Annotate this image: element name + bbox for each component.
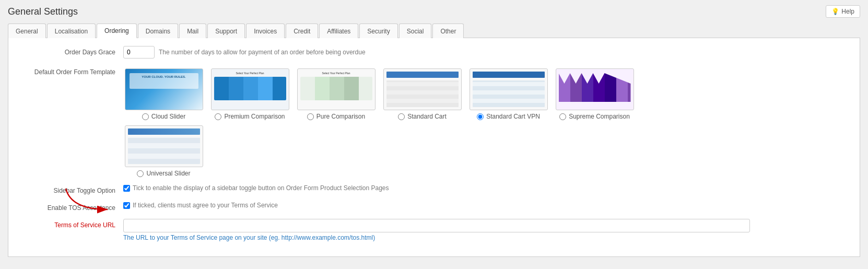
sidebar-toggle-label: Sidebar Toggle Option xyxy=(19,184,123,194)
template-thumb-supreme-comparison xyxy=(556,68,634,110)
help-icon: 💡 xyxy=(831,8,839,15)
template-thumb-universal-slider xyxy=(125,125,203,167)
template-label-pure-comparison: Pure Comparison xyxy=(316,113,365,120)
template-item-pure-comparison: Pure Comparison xyxy=(296,68,377,120)
templates-grid-row1: Cloud Slider Premium Comparison xyxy=(123,68,635,120)
tos-url-hint: The URL to your Terms of Service page on… xyxy=(123,234,750,241)
tos-url-row: Terms of Service URL The URL to your Ter… xyxy=(19,219,849,241)
enable-tos-acceptance-checkbox-label[interactable]: If ticked, clients must agree to your Te… xyxy=(123,202,278,209)
template-radio-premium-comparison[interactable]: Premium Comparison xyxy=(215,113,285,120)
template-radio-standard-cart[interactable]: Standard Cart xyxy=(398,113,447,120)
template-label-cloud-slider: Cloud Slider xyxy=(151,113,185,120)
template-label-premium-comparison: Premium Comparison xyxy=(224,113,285,120)
help-label: Help xyxy=(841,8,854,15)
template-label-standard-cart: Standard Cart xyxy=(407,113,447,120)
template-item-cloud-slider: Cloud Slider xyxy=(123,68,204,120)
sidebar-toggle-hint: Tick to enable the display of a sidebar … xyxy=(133,184,389,192)
tab-credit[interactable]: Credit xyxy=(286,24,318,38)
radio-cloud-slider[interactable] xyxy=(142,113,149,120)
radio-universal-slider[interactable] xyxy=(137,170,144,177)
template-radio-supreme-comparison[interactable]: Supreme Comparison xyxy=(559,113,630,120)
page-title: General Settings xyxy=(8,6,78,17)
radio-pure-comparison[interactable] xyxy=(307,113,314,120)
order-days-grace-label: Order Days Grace xyxy=(19,46,123,56)
template-radio-cloud-slider[interactable]: Cloud Slider xyxy=(142,113,185,120)
tab-other[interactable]: Other xyxy=(432,24,464,38)
template-radio-pure-comparison[interactable]: Pure Comparison xyxy=(307,113,365,120)
default-order-form-template-label: Default Order Form Template xyxy=(19,66,123,76)
templates-grid-row2: Universal Slider xyxy=(123,125,635,177)
template-item-standard-cart: Standard Cart xyxy=(382,68,463,120)
default-order-form-template-row: Default Order Form Template Cloud Slider xyxy=(19,66,849,177)
template-item-supreme-comparison: Supreme Comparison xyxy=(554,68,635,120)
order-days-grace-input[interactable] xyxy=(123,46,155,59)
tos-url-label: Terms of Service URL xyxy=(19,219,123,229)
template-label-universal-slider: Universal Slider xyxy=(146,170,190,177)
content-panel: Order Days Grace The number of days to a… xyxy=(8,38,860,257)
sidebar-toggle-row: Sidebar Toggle Option Tick to enable the… xyxy=(19,184,849,194)
enable-tos-acceptance-row: Enable TOS Acceptance If ticked, clients… xyxy=(19,202,849,212)
sidebar-toggle-checkbox-label[interactable]: Tick to enable the display of a sidebar … xyxy=(123,184,389,192)
radio-premium-comparison[interactable] xyxy=(215,113,221,120)
template-radio-standard-cart-vpn[interactable]: Standard Cart VPN xyxy=(477,113,540,120)
tab-general[interactable]: General xyxy=(8,24,46,38)
enable-tos-acceptance-label: Enable TOS Acceptance xyxy=(19,202,123,212)
enable-tos-acceptance-checkbox[interactable] xyxy=(123,202,130,209)
tab-mail[interactable]: Mail xyxy=(179,24,206,38)
tab-social[interactable]: Social xyxy=(399,24,432,38)
tab-support[interactable]: Support xyxy=(207,24,245,38)
help-button[interactable]: 💡 Help xyxy=(826,5,860,18)
tab-affiliates[interactable]: Affiliates xyxy=(319,24,358,38)
template-thumb-standard-cart xyxy=(383,68,462,110)
page-wrapper: General Settings 💡 Help General Localisa… xyxy=(0,0,868,269)
template-item-standard-cart-vpn: Standard Cart VPN xyxy=(468,68,549,120)
tos-url-container: The URL to your Terms of Service page on… xyxy=(123,219,750,241)
template-thumb-standard-cart-vpn xyxy=(470,68,548,110)
sidebar-toggle-checkbox[interactable] xyxy=(123,185,130,192)
template-radio-universal-slider[interactable]: Universal Slider xyxy=(137,170,190,177)
enable-tos-acceptance-hint: If ticked, clients must agree to your Te… xyxy=(133,202,278,209)
template-label-standard-cart-vpn: Standard Cart VPN xyxy=(486,113,540,120)
tab-security[interactable]: Security xyxy=(359,24,397,38)
template-item-premium-comparison: Premium Comparison xyxy=(209,68,290,120)
order-days-grace-hint: The number of days to allow for payment … xyxy=(155,46,370,59)
order-days-grace-row: Order Days Grace The number of days to a… xyxy=(19,46,849,59)
tab-domains[interactable]: Domains xyxy=(138,24,178,38)
page-header: General Settings 💡 Help xyxy=(8,5,860,18)
template-thumb-premium-comparison xyxy=(211,68,289,110)
tab-ordering[interactable]: Ordering xyxy=(97,24,137,38)
template-thumb-pure-comparison xyxy=(297,68,376,110)
radio-standard-cart[interactable] xyxy=(398,113,405,120)
radio-standard-cart-vpn[interactable] xyxy=(477,113,484,120)
templates-container: Cloud Slider Premium Comparison xyxy=(123,66,635,177)
tab-invoices[interactable]: Invoices xyxy=(246,24,285,38)
radio-supreme-comparison[interactable] xyxy=(559,113,566,120)
template-label-supreme-comparison: Supreme Comparison xyxy=(569,113,630,120)
tab-localisation[interactable]: Localisation xyxy=(47,24,96,38)
tabs-row: General Localisation Ordering Domains Ma… xyxy=(8,23,860,38)
tos-url-input[interactable] xyxy=(123,219,750,232)
template-item-universal-slider: Universal Slider xyxy=(123,125,204,177)
template-thumb-cloud-slider xyxy=(125,68,203,110)
